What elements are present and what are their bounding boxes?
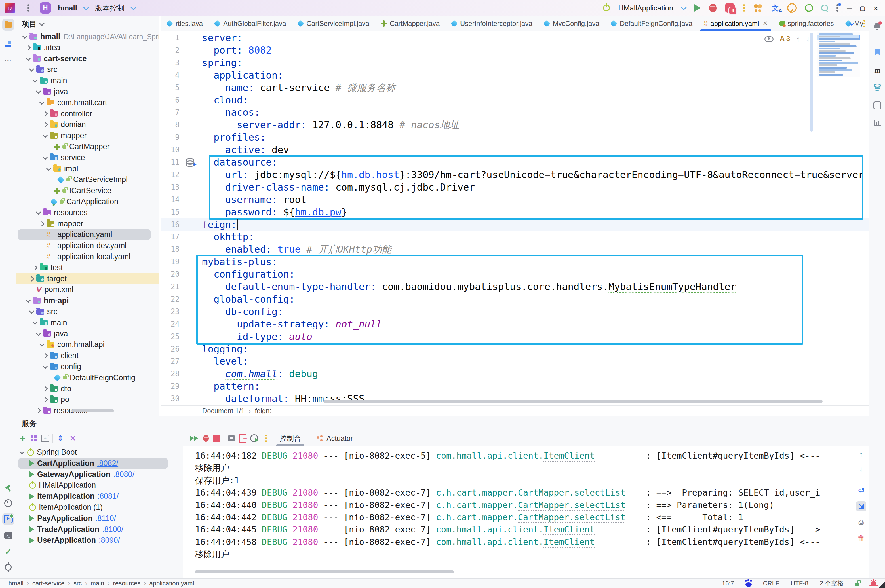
editor-line-7[interactable]: 7 nacos: (161, 106, 869, 118)
editor-line-28[interactable]: 28 com.hmall: debug (161, 368, 869, 380)
editor-line-10[interactable]: 10 active: dev (161, 144, 869, 156)
problems-tool-button[interactable]: ✓ (2, 546, 14, 557)
commit-tool-button[interactable] (2, 39, 14, 51)
tab-cartserviceimpl-java[interactable]: CartServiceImpl.java (292, 16, 375, 31)
chevron-down-icon[interactable] (29, 67, 34, 72)
scroll-down-button[interactable]: ↓ (856, 464, 866, 474)
add-service-button[interactable]: + (18, 433, 28, 443)
line-ending[interactable]: CRLF (763, 580, 779, 587)
indent-setting[interactable]: 2 个空格 (820, 579, 844, 588)
editor-line-17[interactable]: 17 okhttp: (161, 231, 869, 243)
tree-row-resources[interactable]: resources (16, 207, 159, 218)
tree-row-domian[interactable]: domian (16, 119, 159, 130)
editor-line-9[interactable]: 9 profiles: (161, 131, 869, 144)
chevron-down-icon[interactable] (29, 309, 34, 314)
service-row-cartapplication[interactable]: CartApplication:8082/ (16, 458, 183, 469)
run-more-icon[interactable] (743, 7, 745, 9)
tree-row-client[interactable]: client (16, 350, 159, 361)
profiler-tool-button[interactable] (2, 497, 14, 509)
minimize-button[interactable]: ─ (847, 3, 852, 13)
warning-count[interactable]: A 3 (780, 34, 790, 44)
breadcrumb-document[interactable]: Document 1/1 (202, 407, 245, 415)
rerun-button[interactable] (189, 433, 199, 443)
editor-line-1[interactable]: 1server: (161, 32, 869, 44)
highlight-eye-icon[interactable] (765, 36, 774, 42)
chevron-right-icon[interactable] (42, 122, 48, 127)
scroll-to-end-button[interactable]: ⇲ (856, 501, 866, 512)
main-menu-icon[interactable] (27, 7, 29, 9)
tab-mvcconfig-java[interactable]: MvcConfig.java (538, 16, 605, 31)
add-tab-button[interactable]: + (40, 433, 50, 443)
tree-row-defaultfeignconfig[interactable]: DefaultFeignConfig (16, 372, 159, 383)
console-more-icon[interactable] (261, 433, 271, 443)
service-port-link[interactable]: :8082/ (97, 459, 118, 468)
terminal-tool-button[interactable]: >_ (2, 530, 14, 542)
tree-row-java[interactable]: java (16, 86, 159, 97)
tree-row-cartapplication[interactable]: CartApplication (16, 196, 159, 207)
tree-row-com-hmall-cart[interactable]: com.hmall.cart (16, 97, 159, 108)
project-name[interactable]: hmall (58, 4, 77, 12)
project-scrollbar[interactable] (72, 410, 114, 412)
tree-row-application-local-yaml[interactable]: YAMLapplication-local.yaml (16, 251, 159, 262)
tree-row-target[interactable]: target (16, 273, 159, 284)
editor-line-27[interactable]: 27 level: (161, 355, 869, 368)
service-row-spring-boot[interactable]: Spring Boot (16, 447, 183, 458)
tree-row-hm-api[interactable]: hm-api (16, 295, 159, 306)
soft-wrap-button[interactable]: ⏎ (856, 485, 866, 496)
service-port-link[interactable]: :8100/ (102, 525, 123, 534)
search-everywhere-icon[interactable] (821, 4, 828, 11)
chevron-down-icon[interactable] (36, 210, 41, 214)
profiler-run-button[interactable] (249, 433, 259, 443)
translate-icon[interactable]: 文A (772, 3, 778, 13)
alarm-icon[interactable] (871, 581, 876, 586)
tree-row-icartservice[interactable]: ICartService (16, 185, 159, 196)
tab-cartmapper-java[interactable]: CartMapper.java (375, 16, 445, 31)
maven-icon[interactable]: m (871, 64, 883, 76)
thread-dump-button[interactable] (226, 433, 237, 443)
chevron-down-icon[interactable] (26, 56, 31, 61)
service-port-link[interactable]: :8110/ (95, 514, 116, 523)
tree-row-cartmapper[interactable]: CartMapper (16, 141, 159, 152)
chevron-right-icon[interactable] (29, 276, 34, 281)
project-panel-header[interactable]: 项目 (22, 18, 44, 30)
project-chevron-icon[interactable] (83, 4, 89, 10)
chevron-right-icon[interactable] (32, 265, 38, 270)
service-row-gatewayapplication[interactable]: GatewayApplication:8080/ (16, 469, 183, 480)
chevron-down-icon[interactable] (39, 99, 44, 105)
chevron-right-icon[interactable] (42, 397, 48, 402)
service-port-link[interactable]: :8080/ (113, 470, 134, 479)
database-icon[interactable] (871, 82, 883, 93)
console-tab[interactable]: 控制台 (280, 431, 301, 446)
tree-row-application-dev-yaml[interactable]: YAMLapplication-dev.yaml (16, 240, 159, 251)
status-breadcrumbs[interactable]: hmall›cart-service›src›main›resources›ap… (0, 580, 194, 587)
chevron-down-icon[interactable] (39, 342, 44, 347)
tree-row-config[interactable]: config (16, 361, 159, 372)
tree-row-hmall[interactable]: hmallD:\Language\JAVA\Learn_Spring (16, 31, 159, 42)
run-button[interactable] (694, 4, 701, 12)
actuator-tab[interactable]: Actuator (317, 431, 353, 446)
status-crumb-resources[interactable]: resources (113, 580, 141, 587)
editor-horizontal-scrollbar[interactable] (323, 400, 823, 403)
close-icon[interactable]: ✕ (762, 20, 768, 27)
tree-row-po[interactable]: po (16, 394, 159, 405)
restart-debug-button[interactable] (201, 433, 211, 443)
more-tools-button[interactable]: ⋯ (2, 54, 14, 66)
chevron-right-icon[interactable] (39, 221, 44, 226)
chevron-right-icon[interactable] (36, 408, 41, 413)
tree-row-pom-xml[interactable]: Vpom.xml (16, 284, 159, 295)
chevron-down-icon[interactable] (32, 320, 38, 325)
tree-row-test[interactable]: test (16, 262, 159, 273)
chevron-down-icon[interactable] (36, 331, 41, 336)
tree-row-main[interactable]: main (16, 317, 159, 328)
tab-list-chevron-icon[interactable] (849, 20, 855, 26)
plugin-atom-icon[interactable] (805, 4, 813, 12)
status-crumb-cart-service[interactable]: cart-service (32, 580, 65, 587)
resize-grip[interactable] (879, 582, 885, 588)
close-button[interactable]: ✕ (873, 3, 878, 13)
editor-line-18[interactable]: 18 enabled: true # 开启OKHttp功能 (161, 243, 869, 255)
chevron-down-icon[interactable] (22, 33, 27, 39)
code-with-me-icon[interactable] (753, 4, 763, 12)
tree-row-mapper[interactable]: mapper (16, 130, 159, 141)
print-button[interactable]: ⎙ (856, 517, 866, 527)
service-row-payapplication[interactable]: PayApplication:8110/ (16, 513, 183, 524)
